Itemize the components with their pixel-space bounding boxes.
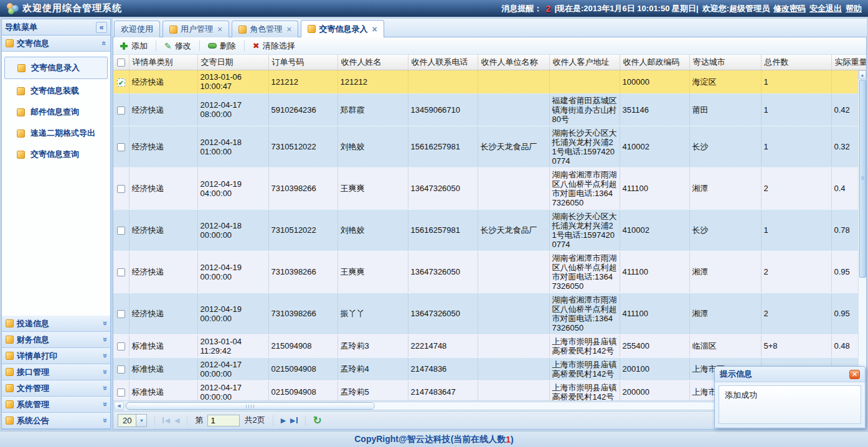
delete-button[interactable]: 删除 xyxy=(204,39,240,53)
chevron-down-icon[interactable]: « xyxy=(100,418,109,423)
chevron-up-icon[interactable]: « xyxy=(100,41,109,45)
change-password-link[interactable]: 修改密码 xyxy=(773,3,806,14)
add-button[interactable]: 添加 xyxy=(116,39,151,53)
grid-cell: 13459066710 xyxy=(408,93,478,126)
grid-header-cell[interactable]: 详情单类别 xyxy=(129,55,197,70)
chevron-down-icon[interactable]: « xyxy=(100,370,109,374)
grid-cell: 21474836 xyxy=(408,357,478,380)
last-page-button[interactable]: ▶ xyxy=(290,416,297,425)
grid-cell: 湖南省湘潭市雨湖区八仙桥半点利超市对面电话:13647326050 xyxy=(549,251,620,293)
vertical-scrollbar-thumb[interactable] xyxy=(859,80,866,278)
data-grid: 详情单类别交寄日期订单号码收件人姓名收件人联系电话收件人单位名称收件人客户地址收… xyxy=(113,55,866,400)
scroll-up-icon[interactable]: ▲ xyxy=(859,70,866,79)
package-icon xyxy=(6,39,14,47)
row-checkbox[interactable] xyxy=(117,310,125,318)
grid-row[interactable]: 标准快递2013-01-04 11:29:42215094908孟玲莉32221… xyxy=(113,334,866,357)
edit-button[interactable]: ✎修改 xyxy=(161,39,195,53)
tab-close-icon[interactable]: × xyxy=(286,25,291,34)
sidebar-section-file-mgmt[interactable]: 文件管理« xyxy=(2,380,110,397)
package-icon xyxy=(6,384,14,392)
row-checkbox[interactable] xyxy=(117,365,125,374)
grid-header-cell[interactable]: 收件人客户地址 xyxy=(549,55,620,70)
sidebar-spacer xyxy=(2,170,110,316)
sidebar-section-shipment-info[interactable]: 交寄信息 « xyxy=(2,35,110,52)
first-page-button[interactable]: ◀ xyxy=(163,416,169,425)
tab-role-management[interactable]: 角色管理× xyxy=(232,21,298,37)
sidebar-item-label: 交寄信息查询 xyxy=(31,149,79,160)
scroll-left-icon[interactable]: ◀ xyxy=(114,402,124,410)
sidebar-section-delivery-info[interactable]: 投递信息« xyxy=(2,316,110,332)
sidebar-section-finance-info[interactable]: 财务信息« xyxy=(2,332,110,348)
clear-selection-button[interactable]: ✖清除选择 xyxy=(249,39,299,53)
row-checkbox[interactable] xyxy=(117,185,125,193)
vertical-scrollbar[interactable]: ▲ xyxy=(858,70,866,400)
sidebar-item-mail-info-query[interactable]: 邮件信息查询 xyxy=(2,101,110,123)
tab-user-management[interactable]: 用户管理× xyxy=(163,21,229,37)
chevron-down-icon[interactable]: ▼ xyxy=(136,415,146,426)
row-checkbox[interactable] xyxy=(117,143,125,151)
sidebar-section-system-notice[interactable]: 系统公告« xyxy=(2,413,110,429)
grid-row[interactable]: 经济快递2013-01-06 10:00:4712121212121210000… xyxy=(113,70,866,93)
sidebar-section-interface-mgmt[interactable]: 接口管理« xyxy=(2,364,110,380)
sidebar-item-express-phase2-export[interactable]: 速递二期格式导出 xyxy=(2,123,110,144)
grid-row[interactable]: 经济快递2012-04-18 01:00:007310512022刘艳姣1561… xyxy=(113,126,866,167)
grid-row[interactable]: 经济快递2012-04-19 04:00:007310398266王爽爽1364… xyxy=(113,167,866,209)
row-checkbox[interactable] xyxy=(117,342,125,351)
grid-cell: 2147483647 xyxy=(408,380,478,400)
grid-header-cell[interactable]: 收件人姓名 xyxy=(337,55,408,70)
grid-header-cell[interactable]: 交寄日期 xyxy=(197,55,268,70)
close-icon[interactable]: ✕ xyxy=(849,370,860,379)
grid-row[interactable]: 经济快递2012-04-17 08:00:005910264236郑群霞1345… xyxy=(113,93,866,126)
grid-cell: 2012-04-19 04:00:00 xyxy=(197,167,268,209)
sidebar-item-shipment-query[interactable]: 交寄信息查询 xyxy=(2,144,110,165)
help-link[interactable]: 帮助 xyxy=(846,3,862,14)
grid-cell: 振丫丫 xyxy=(337,293,408,334)
row-checkbox[interactable] xyxy=(117,268,125,276)
grid-header-cell[interactable]: 寄达城市 xyxy=(689,55,761,70)
logout-link[interactable]: 安全退出 xyxy=(809,3,842,14)
grid-header-cell[interactable]: 收件人联系电话 xyxy=(408,55,478,70)
chevron-down-icon[interactable]: « xyxy=(100,337,109,342)
chevron-down-icon[interactable]: « xyxy=(100,402,109,407)
page-prefix-label: 第 xyxy=(195,415,203,426)
sidebar-item-shipment-entry[interactable]: 交寄信息录入 xyxy=(4,57,108,79)
copyright-footer: CopyRight@智云达科技(当前在线人数1) xyxy=(0,431,868,447)
row-checkbox[interactable] xyxy=(117,78,125,87)
sidebar-section-system-mgmt[interactable]: 系统管理« xyxy=(2,397,110,413)
grid-header-cell[interactable]: 实际重量 xyxy=(831,55,866,70)
message-count-badge[interactable]: 2 xyxy=(546,4,551,14)
chevron-down-icon[interactable]: « xyxy=(100,354,109,358)
chevron-down-icon[interactable]: « xyxy=(100,386,109,390)
tab-close-icon[interactable]: × xyxy=(372,25,377,34)
tab-close-icon[interactable]: × xyxy=(217,25,222,34)
row-checkbox[interactable] xyxy=(117,227,125,235)
sidebar-collapse-button[interactable]: « xyxy=(96,22,107,33)
horizontal-scrollbar-thumb[interactable] xyxy=(126,402,375,410)
next-page-button[interactable]: ▶ xyxy=(281,416,286,425)
grid-header-cell[interactable]: 总件数 xyxy=(761,55,831,70)
grid-row[interactable]: 经济快递2012-04-19 00:00:007310398266王爽爽1364… xyxy=(113,251,866,293)
row-checkbox[interactable] xyxy=(117,388,125,397)
page-size-select[interactable]: 20 ▼ xyxy=(118,414,147,427)
popup-header[interactable]: 提示信息 ✕ xyxy=(715,367,865,382)
prev-page-button[interactable]: ◀ xyxy=(174,416,179,425)
sidebar-section-waybill-print[interactable]: 详情单打印« xyxy=(2,348,110,364)
grid-row[interactable]: 经济快递2012-04-18 00:00:007310512022刘艳姣1561… xyxy=(113,209,866,251)
row-checkbox[interactable] xyxy=(117,106,125,115)
sidebar-item-shipment-load[interactable]: 交寄信息装载 xyxy=(2,80,110,101)
grid-header-cell[interactable]: 收件人邮政编码 xyxy=(620,55,689,70)
grid-row[interactable]: 经济快递2012-04-19 00:00:007310398266振丫丫1364… xyxy=(113,293,866,334)
tab-shipment-entry[interactable]: 交寄信息录入× xyxy=(301,20,384,37)
popup-message: 添加成功 xyxy=(719,385,861,424)
grid-cell: 15616257981 xyxy=(408,126,478,167)
chevron-down-icon[interactable]: « xyxy=(100,321,109,326)
grid-header-cell[interactable]: 订单号码 xyxy=(268,55,337,70)
sidebar-section-label: 详情单打印 xyxy=(17,351,99,362)
package-icon xyxy=(308,25,316,33)
grid-header-cell[interactable]: 收件人单位名称 xyxy=(478,55,549,70)
refresh-icon[interactable]: ↻ xyxy=(313,415,322,426)
copyright-text: CopyRight@智云达科技(当前在线人数 xyxy=(354,434,506,445)
select-all-checkbox[interactable] xyxy=(117,59,125,67)
tab-welcome[interactable]: 欢迎使用 xyxy=(114,21,160,37)
page-number-input[interactable] xyxy=(207,415,240,426)
